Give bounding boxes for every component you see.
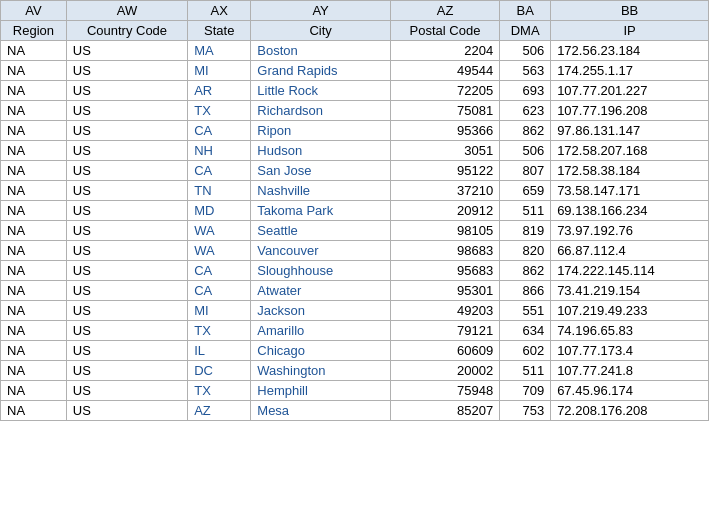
- cell-region: NA: [1, 221, 67, 241]
- cell-ip: 172.56.23.184: [551, 41, 709, 61]
- col-label-country[interactable]: Country Code: [66, 21, 187, 41]
- col-label-region[interactable]: Region: [1, 21, 67, 41]
- cell-country: US: [66, 201, 187, 221]
- cell-country: US: [66, 361, 187, 381]
- cell-country: US: [66, 61, 187, 81]
- table-row: NA US CA Ripon 95366 862 97.86.131.147: [1, 121, 709, 141]
- table-row: NA US TX Richardson 75081 623 107.77.196…: [1, 101, 709, 121]
- col-header-ax[interactable]: AX: [188, 1, 251, 21]
- col-label-postal[interactable]: Postal Code: [390, 21, 499, 41]
- col-label-dma[interactable]: DMA: [500, 21, 551, 41]
- cell-ip: 72.208.176.208: [551, 401, 709, 421]
- cell-state: CA: [188, 161, 251, 181]
- cell-dma: 563: [500, 61, 551, 81]
- cell-city: Ripon: [251, 121, 391, 141]
- table-row: NA US TX Hemphill 75948 709 67.45.96.174: [1, 381, 709, 401]
- cell-postal: 2204: [390, 41, 499, 61]
- cell-state: MI: [188, 61, 251, 81]
- table-row: NA US AR Little Rock 72205 693 107.77.20…: [1, 81, 709, 101]
- cell-postal: 49544: [390, 61, 499, 81]
- cell-ip: 107.219.49.233: [551, 301, 709, 321]
- cell-region: NA: [1, 141, 67, 161]
- table-row: NA US CA Sloughhouse 95683 862 174.222.1…: [1, 261, 709, 281]
- cell-dma: 623: [500, 101, 551, 121]
- cell-state: TN: [188, 181, 251, 201]
- cell-city: Boston: [251, 41, 391, 61]
- cell-postal: 79121: [390, 321, 499, 341]
- cell-region: NA: [1, 41, 67, 61]
- table-row: NA US WA Seattle 98105 819 73.97.192.76: [1, 221, 709, 241]
- cell-region: NA: [1, 321, 67, 341]
- col-label-city[interactable]: City: [251, 21, 391, 41]
- cell-country: US: [66, 281, 187, 301]
- col-header-ba[interactable]: BA: [500, 1, 551, 21]
- col-header-ay[interactable]: AY: [251, 1, 391, 21]
- cell-dma: 862: [500, 121, 551, 141]
- cell-dma: 709: [500, 381, 551, 401]
- cell-dma: 807: [500, 161, 551, 181]
- table-row: NA US WA Vancouver 98683 820 66.87.112.4: [1, 241, 709, 261]
- cell-city: Atwater: [251, 281, 391, 301]
- cell-country: US: [66, 301, 187, 321]
- cell-state: WA: [188, 241, 251, 261]
- cell-state: MD: [188, 201, 251, 221]
- table-row: NA US NH Hudson 3051 506 172.58.207.168: [1, 141, 709, 161]
- col-label-ip[interactable]: IP: [551, 21, 709, 41]
- cell-region: NA: [1, 241, 67, 261]
- cell-city: Jackson: [251, 301, 391, 321]
- cell-state: TX: [188, 101, 251, 121]
- cell-country: US: [66, 141, 187, 161]
- cell-postal: 75081: [390, 101, 499, 121]
- cell-ip: 107.77.173.4: [551, 341, 709, 361]
- col-header-av[interactable]: AV: [1, 1, 67, 21]
- col-header-bb[interactable]: BB: [551, 1, 709, 21]
- cell-city: Washington: [251, 361, 391, 381]
- cell-ip: 107.77.201.227: [551, 81, 709, 101]
- cell-dma: 659: [500, 181, 551, 201]
- cell-dma: 693: [500, 81, 551, 101]
- cell-ip: 67.45.96.174: [551, 381, 709, 401]
- cell-dma: 551: [500, 301, 551, 321]
- cell-region: NA: [1, 381, 67, 401]
- cell-country: US: [66, 261, 187, 281]
- cell-postal: 98683: [390, 241, 499, 261]
- cell-ip: 69.138.166.234: [551, 201, 709, 221]
- cell-region: NA: [1, 121, 67, 141]
- cell-ip: 73.97.192.76: [551, 221, 709, 241]
- cell-dma: 753: [500, 401, 551, 421]
- table-row: NA US CA San Jose 95122 807 172.58.38.18…: [1, 161, 709, 181]
- cell-state: TX: [188, 381, 251, 401]
- cell-postal: 95683: [390, 261, 499, 281]
- cell-state: CA: [188, 281, 251, 301]
- cell-dma: 862: [500, 261, 551, 281]
- cell-country: US: [66, 161, 187, 181]
- cell-dma: 634: [500, 321, 551, 341]
- table-row: NA US TX Amarillo 79121 634 74.196.65.83: [1, 321, 709, 341]
- col-label-state[interactable]: State: [188, 21, 251, 41]
- cell-state: AZ: [188, 401, 251, 421]
- cell-city: Seattle: [251, 221, 391, 241]
- cell-city: Little Rock: [251, 81, 391, 101]
- cell-dma: 511: [500, 361, 551, 381]
- cell-city: Hemphill: [251, 381, 391, 401]
- col-header-az[interactable]: AZ: [390, 1, 499, 21]
- table-row: NA US IL Chicago 60609 602 107.77.173.4: [1, 341, 709, 361]
- cell-ip: 97.86.131.147: [551, 121, 709, 141]
- cell-postal: 49203: [390, 301, 499, 321]
- cell-city: San Jose: [251, 161, 391, 181]
- cell-city: Amarillo: [251, 321, 391, 341]
- col-header-aw[interactable]: AW: [66, 1, 187, 21]
- cell-dma: 866: [500, 281, 551, 301]
- cell-region: NA: [1, 181, 67, 201]
- cell-region: NA: [1, 201, 67, 221]
- table-row: NA US MA Boston 2204 506 172.56.23.184: [1, 41, 709, 61]
- data-table: AV AW AX AY AZ BA BB Region Country Code…: [0, 0, 709, 421]
- cell-city: Sloughhouse: [251, 261, 391, 281]
- cell-ip: 174.222.145.114: [551, 261, 709, 281]
- cell-ip: 172.58.207.168: [551, 141, 709, 161]
- cell-ip: 73.41.219.154: [551, 281, 709, 301]
- cell-dma: 506: [500, 141, 551, 161]
- cell-city: Grand Rapids: [251, 61, 391, 81]
- cell-region: NA: [1, 341, 67, 361]
- cell-city: Hudson: [251, 141, 391, 161]
